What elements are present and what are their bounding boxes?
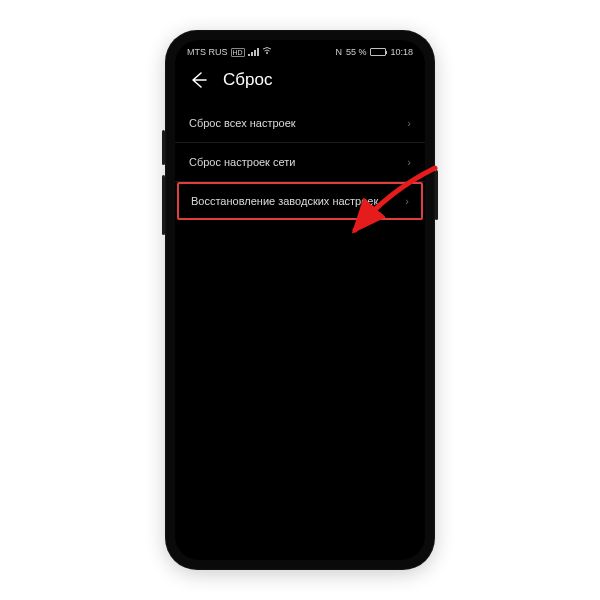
signal-icon	[248, 48, 259, 56]
list-item-label: Сброс настроек сети	[189, 156, 295, 168]
nfc-icon: N	[335, 47, 342, 57]
network-badge: HD	[231, 48, 245, 57]
wifi-icon	[262, 47, 272, 57]
screen: MTS RUS HD N 55 % 10:18	[175, 40, 425, 560]
power-button	[435, 170, 438, 220]
chevron-right-icon: ›	[407, 117, 411, 129]
phone-frame: MTS RUS HD N 55 % 10:18	[165, 30, 435, 570]
list-item-reset-network[interactable]: Сброс настроек сети ›	[175, 143, 425, 182]
battery-icon	[370, 48, 386, 56]
status-right: N 55 % 10:18	[335, 47, 413, 57]
list-item-label: Восстановление заводских настроек	[191, 195, 378, 207]
chevron-right-icon: ›	[405, 195, 409, 207]
carrier-label: MTS RUS	[187, 47, 228, 57]
status-bar: MTS RUS HD N 55 % 10:18	[175, 40, 425, 60]
settings-list: Сброс всех настроек › Сброс настроек сет…	[175, 104, 425, 220]
list-item-label: Сброс всех настроек	[189, 117, 296, 129]
svg-point-0	[266, 53, 268, 55]
status-left: MTS RUS HD	[187, 47, 272, 57]
list-item-factory-reset[interactable]: Восстановление заводских настроек ›	[177, 182, 423, 220]
battery-percentage: 55 %	[346, 47, 367, 57]
clock: 10:18	[390, 47, 413, 57]
volume-down-button	[162, 175, 165, 235]
volume-up-button	[162, 130, 165, 165]
arrow-left-icon	[189, 71, 207, 89]
header: Сброс	[175, 60, 425, 104]
back-button[interactable]	[189, 71, 207, 89]
page-title: Сброс	[223, 70, 272, 90]
list-item-reset-all[interactable]: Сброс всех настроек ›	[175, 104, 425, 143]
chevron-right-icon: ›	[407, 156, 411, 168]
